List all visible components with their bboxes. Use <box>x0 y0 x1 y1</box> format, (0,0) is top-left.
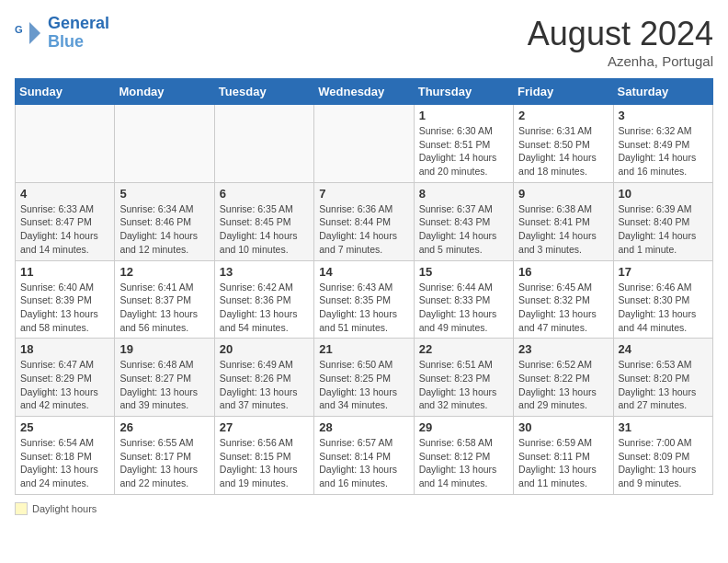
calendar-cell: 14Sunrise: 6:43 AM Sunset: 8:35 PM Dayli… <box>314 260 414 339</box>
calendar-cell: 13Sunrise: 6:42 AM Sunset: 8:36 PM Dayli… <box>214 260 313 339</box>
weekday-header-row: SundayMondayTuesdayWednesdayThursdayFrid… <box>16 79 713 105</box>
title-block: August 2024 Azenha, Portugal <box>528 15 713 69</box>
calendar-cell: 15Sunrise: 6:44 AM Sunset: 8:33 PM Dayli… <box>414 260 513 339</box>
day-number: 5 <box>119 187 209 201</box>
calendar-cell: 8Sunrise: 6:37 AM Sunset: 8:43 PM Daylig… <box>414 182 513 260</box>
day-number: 28 <box>319 420 408 434</box>
weekday-header-wednesday: Wednesday <box>314 79 414 105</box>
svg-text:G: G <box>15 24 23 35</box>
day-detail: Sunrise: 6:43 AM Sunset: 8:35 PM Dayligh… <box>319 281 408 335</box>
calendar-cell: 27Sunrise: 6:56 AM Sunset: 8:15 PM Dayli… <box>214 417 313 495</box>
weekday-header-tuesday: Tuesday <box>214 79 313 105</box>
day-number: 12 <box>119 265 209 279</box>
day-number: 20 <box>220 342 309 356</box>
calendar-cell: 29Sunrise: 6:58 AM Sunset: 8:12 PM Dayli… <box>414 417 513 495</box>
calendar-cell <box>115 105 214 183</box>
day-number: 17 <box>619 265 708 279</box>
calendar-table: SundayMondayTuesdayWednesdayThursdayFrid… <box>15 78 713 495</box>
weekday-header-thursday: Thursday <box>414 79 513 105</box>
day-detail: Sunrise: 6:42 AM Sunset: 8:36 PM Dayligh… <box>220 281 309 335</box>
page-header: G GeneralBlue August 2024 Azenha, Portug… <box>15 15 713 69</box>
logo: G GeneralBlue <box>15 15 109 52</box>
weekday-header-friday: Friday <box>514 79 613 105</box>
day-detail: Sunrise: 6:59 AM Sunset: 8:11 PM Dayligh… <box>518 436 608 490</box>
week-row-2: 4Sunrise: 6:33 AM Sunset: 8:47 PM Daylig… <box>16 182 713 260</box>
day-number: 24 <box>619 342 708 356</box>
week-row-3: 11Sunrise: 6:40 AM Sunset: 8:39 PM Dayli… <box>16 260 713 339</box>
calendar-cell: 22Sunrise: 6:51 AM Sunset: 8:23 PM Dayli… <box>414 339 513 417</box>
day-number: 2 <box>518 109 608 122</box>
calendar-cell <box>314 105 414 183</box>
calendar-cell: 17Sunrise: 6:46 AM Sunset: 8:30 PM Dayli… <box>613 260 712 339</box>
calendar-cell: 12Sunrise: 6:41 AM Sunset: 8:37 PM Dayli… <box>115 260 214 339</box>
calendar-cell: 10Sunrise: 6:39 AM Sunset: 8:40 PM Dayli… <box>613 182 712 260</box>
logo-text: GeneralBlue <box>48 15 109 52</box>
logo-icon: G <box>15 18 44 48</box>
calendar-cell: 31Sunrise: 7:00 AM Sunset: 8:09 PM Dayli… <box>613 417 712 495</box>
day-detail: Sunrise: 6:33 AM Sunset: 8:47 PM Dayligh… <box>20 202 109 257</box>
day-number: 19 <box>119 342 209 356</box>
legend-item-daylight: Daylight hours <box>15 502 97 515</box>
calendar-cell: 19Sunrise: 6:48 AM Sunset: 8:27 PM Dayli… <box>115 339 214 417</box>
day-number: 14 <box>319 265 408 279</box>
day-detail: Sunrise: 7:00 AM Sunset: 8:09 PM Dayligh… <box>619 436 708 490</box>
day-detail: Sunrise: 6:55 AM Sunset: 8:17 PM Dayligh… <box>119 436 209 490</box>
calendar-cell: 23Sunrise: 6:52 AM Sunset: 8:22 PM Dayli… <box>514 339 613 417</box>
calendar-cell: 11Sunrise: 6:40 AM Sunset: 8:39 PM Dayli… <box>16 260 115 339</box>
day-number: 4 <box>20 187 109 201</box>
day-number: 25 <box>20 420 109 434</box>
calendar-cell: 7Sunrise: 6:36 AM Sunset: 8:44 PM Daylig… <box>314 182 414 260</box>
calendar-cell: 18Sunrise: 6:47 AM Sunset: 8:29 PM Dayli… <box>16 339 115 417</box>
day-number: 23 <box>518 342 608 356</box>
week-row-1: 1Sunrise: 6:30 AM Sunset: 8:51 PM Daylig… <box>16 105 713 183</box>
day-number: 16 <box>518 265 608 279</box>
day-detail: Sunrise: 6:49 AM Sunset: 8:26 PM Dayligh… <box>220 358 309 412</box>
calendar-cell: 21Sunrise: 6:50 AM Sunset: 8:25 PM Dayli… <box>314 339 414 417</box>
day-detail: Sunrise: 6:36 AM Sunset: 8:44 PM Dayligh… <box>319 202 408 257</box>
day-number: 9 <box>518 187 608 201</box>
calendar-cell: 26Sunrise: 6:55 AM Sunset: 8:17 PM Dayli… <box>115 417 214 495</box>
day-detail: Sunrise: 6:34 AM Sunset: 8:46 PM Dayligh… <box>119 202 209 257</box>
calendar-cell <box>214 105 313 183</box>
weekday-header-saturday: Saturday <box>613 79 712 105</box>
day-detail: Sunrise: 6:45 AM Sunset: 8:32 PM Dayligh… <box>518 281 608 335</box>
day-detail: Sunrise: 6:30 AM Sunset: 8:51 PM Dayligh… <box>419 124 508 178</box>
day-detail: Sunrise: 6:46 AM Sunset: 8:30 PM Dayligh… <box>619 281 708 335</box>
day-number: 21 <box>319 342 408 356</box>
legend-label-daylight: Daylight hours <box>32 503 97 514</box>
day-detail: Sunrise: 6:32 AM Sunset: 8:49 PM Dayligh… <box>619 124 708 178</box>
day-number: 27 <box>220 420 309 434</box>
day-detail: Sunrise: 6:40 AM Sunset: 8:39 PM Dayligh… <box>20 281 109 335</box>
day-number: 18 <box>20 342 109 356</box>
day-detail: Sunrise: 6:38 AM Sunset: 8:41 PM Dayligh… <box>518 202 608 257</box>
calendar-cell: 16Sunrise: 6:45 AM Sunset: 8:32 PM Dayli… <box>514 260 613 339</box>
legend-box-daylight <box>15 502 28 515</box>
day-detail: Sunrise: 6:58 AM Sunset: 8:12 PM Dayligh… <box>419 436 508 490</box>
day-detail: Sunrise: 6:50 AM Sunset: 8:25 PM Dayligh… <box>319 358 408 412</box>
day-detail: Sunrise: 6:57 AM Sunset: 8:14 PM Dayligh… <box>319 436 408 490</box>
calendar-cell: 9Sunrise: 6:38 AM Sunset: 8:41 PM Daylig… <box>514 182 613 260</box>
day-detail: Sunrise: 6:39 AM Sunset: 8:40 PM Dayligh… <box>619 202 708 257</box>
day-number: 1 <box>419 109 508 122</box>
calendar-cell: 25Sunrise: 6:54 AM Sunset: 8:18 PM Dayli… <box>16 417 115 495</box>
day-number: 26 <box>119 420 209 434</box>
location-subtitle: Azenha, Portugal <box>528 53 713 69</box>
calendar-cell: 3Sunrise: 6:32 AM Sunset: 8:49 PM Daylig… <box>613 105 712 183</box>
day-number: 10 <box>619 187 708 201</box>
calendar-cell: 5Sunrise: 6:34 AM Sunset: 8:46 PM Daylig… <box>115 182 214 260</box>
calendar-cell: 24Sunrise: 6:53 AM Sunset: 8:20 PM Dayli… <box>613 339 712 417</box>
day-number: 11 <box>20 265 109 279</box>
day-detail: Sunrise: 6:56 AM Sunset: 8:15 PM Dayligh… <box>220 436 309 490</box>
day-number: 7 <box>319 187 408 201</box>
day-detail: Sunrise: 6:47 AM Sunset: 8:29 PM Dayligh… <box>20 358 109 412</box>
day-number: 30 <box>518 420 608 434</box>
day-detail: Sunrise: 6:48 AM Sunset: 8:27 PM Dayligh… <box>119 358 209 412</box>
calendar-cell: 28Sunrise: 6:57 AM Sunset: 8:14 PM Dayli… <box>314 417 414 495</box>
day-detail: Sunrise: 6:53 AM Sunset: 8:20 PM Dayligh… <box>619 358 708 412</box>
week-row-4: 18Sunrise: 6:47 AM Sunset: 8:29 PM Dayli… <box>16 339 713 417</box>
day-detail: Sunrise: 6:31 AM Sunset: 8:50 PM Dayligh… <box>518 124 608 178</box>
day-number: 29 <box>419 420 508 434</box>
calendar-cell: 2Sunrise: 6:31 AM Sunset: 8:50 PM Daylig… <box>514 105 613 183</box>
day-number: 6 <box>220 187 309 201</box>
day-number: 8 <box>419 187 508 201</box>
